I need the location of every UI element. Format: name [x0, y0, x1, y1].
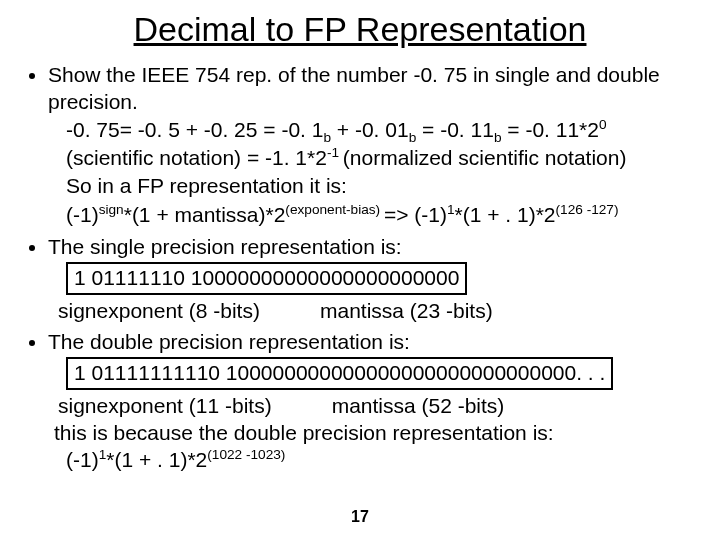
b3-exp-label: exponent (11 -bits): [97, 392, 272, 419]
sup-126: (126 -127): [556, 202, 619, 217]
b2-exp-label: exponent (8 -bits): [97, 297, 260, 324]
b3-fb: *(1 + . 1)*2: [106, 448, 207, 471]
b3-formula: (-1)1*(1 + . 1)*2(1022 -1023): [66, 446, 700, 474]
sub-b: b: [323, 130, 331, 145]
b1-l5a: (-1): [66, 203, 99, 226]
b2-man-label: mantissa (23 -bits): [320, 297, 493, 324]
b1-l5b: *(1 + mantissa)*2: [124, 203, 286, 226]
page-number: 17: [0, 508, 720, 526]
b1-l2d: = -0. 11*2: [501, 118, 598, 141]
b3-fa: (-1): [66, 448, 99, 471]
b1-intro: Show the IEEE 754 rep. of the number -0.…: [48, 63, 660, 113]
bullet-list: Show the IEEE 754 rep. of the number -0.…: [20, 61, 700, 474]
b3-sign-label: sign: [58, 392, 97, 419]
b1-line2: -0. 75= -0. 5 + -0. 25 = -0. 1b + -0. 01…: [66, 116, 700, 144]
b1-l2c: = -0. 11: [416, 118, 494, 141]
b3-bits-wrap: 1 01111111110 10000000000000000000000000…: [66, 355, 700, 391]
b3-man-label: mantissa (52 -bits): [332, 392, 505, 419]
b3-intro: The double precision representation is:: [48, 330, 410, 353]
b1-l5c: =>: [384, 203, 414, 226]
sup-1022: (1022 -1023): [207, 447, 285, 462]
b1-l5d: (-1): [414, 203, 447, 226]
slide-title: Decimal to FP Representation: [20, 10, 700, 49]
sup-expbias: (exponent-bias): [285, 202, 384, 217]
b1-line3: (scientific notation) = -1. 1*2-1 (norma…: [66, 144, 700, 172]
b2-bits: 1 01111110 10000000000000000000000: [66, 262, 467, 294]
b2-intro: The single precision representation is:: [48, 235, 402, 258]
sup-neg1: -1: [327, 145, 343, 160]
b2-sign-label: sign: [58, 297, 97, 324]
bullet-3: The double precision representation is: …: [48, 328, 700, 475]
bullet-2: The single precision representation is: …: [48, 233, 700, 324]
bullet-1: Show the IEEE 754 rep. of the number -0.…: [48, 61, 700, 229]
b2-labels: sign exponent (8 -bits)mantissa (23 -bit…: [58, 297, 700, 324]
b1-l2a: -0. 75= -0. 5 + -0. 25 = -0. 1: [66, 118, 323, 141]
b1-l3a: (scientific notation) = -1. 1*2: [66, 146, 327, 169]
sup-1a: 1: [447, 202, 455, 217]
b1-l3b: (normalized scientific notation): [343, 146, 627, 169]
b3-bits: 1 01111111110 10000000000000000000000000…: [66, 357, 613, 389]
sup-sign: sign: [99, 202, 124, 217]
b1-line5: (-1)sign*(1 + mantissa)*2(exponent-bias)…: [66, 201, 700, 229]
b1-l2b: + -0. 01: [331, 118, 409, 141]
slide: Decimal to FP Representation Show the IE…: [0, 0, 720, 540]
b2-bits-wrap: 1 01111110 10000000000000000000000: [66, 260, 700, 296]
b3-labels: sign exponent (11 -bits)mantissa (52 -bi…: [58, 392, 700, 419]
sup-0: 0: [599, 117, 607, 132]
b1-l5e: *(1 + . 1)*2: [455, 203, 556, 226]
b3-because: this is because the double precision rep…: [54, 419, 700, 446]
b1-line4: So in a FP representation it is:: [66, 172, 700, 200]
